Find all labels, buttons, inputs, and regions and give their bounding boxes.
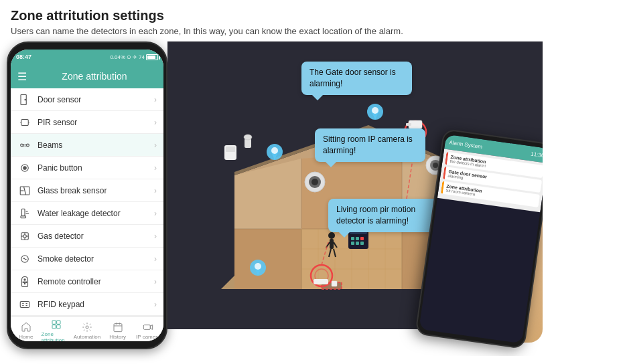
second-phone-screen: Alarm System 11:36 Zone attribution the … <box>419 134 543 344</box>
beams-label: Beams <box>38 141 154 150</box>
app-header-title: Zone attribution <box>32 71 157 82</box>
status-time: 08:47 <box>16 54 31 60</box>
svg-rect-36 <box>52 321 56 324</box>
main-content: 08:47 0.04% ⊙ ✈ 74 ☰ <box>0 41 623 363</box>
battery-icon <box>146 54 158 60</box>
nav-home-label: Home <box>19 334 33 340</box>
bubble3-text: Living room pir motion detector is alarm… <box>336 205 415 225</box>
svg-rect-38 <box>52 325 56 328</box>
menu-item-gas-detector[interactable]: Gas detector › <box>11 225 163 248</box>
menu-item-water-leakage[interactable]: Water leakage detector › <box>11 202 163 225</box>
remote-controller-icon <box>17 274 32 289</box>
svg-point-100 <box>255 263 261 270</box>
nav-automation-label: Automation <box>74 334 100 340</box>
rfid-keypad-icon <box>17 297 32 312</box>
svg-point-26 <box>24 278 25 280</box>
menu-list: Door sensor › <box>11 88 163 316</box>
svg-point-85 <box>244 134 252 140</box>
nav-ip-camera[interactable]: IP camera <box>133 316 163 341</box>
svg-point-6 <box>27 144 29 147</box>
svg-point-27 <box>23 282 24 283</box>
svg-point-29 <box>26 282 27 283</box>
svg-rect-15 <box>22 209 25 216</box>
remote-controller-arrow: › <box>154 277 157 286</box>
gas-detector-label: Gas detector <box>38 232 154 241</box>
svg-rect-2 <box>21 119 29 125</box>
svg-rect-41 <box>114 324 122 332</box>
svg-point-20 <box>23 234 27 238</box>
svg-rect-76 <box>360 237 364 240</box>
door-sensor-icon <box>17 92 32 107</box>
svg-rect-111 <box>406 123 411 126</box>
nav-history-label: History <box>109 334 126 340</box>
signal-text: 0.04% <box>110 54 125 60</box>
water-leakage-icon <box>17 206 32 221</box>
smoke-detector-label: Smoke detector <box>38 254 154 264</box>
svg-rect-45 <box>144 325 151 330</box>
page-title: Zone attritution settings <box>11 8 612 23</box>
menu-item-rfid-keypad[interactable]: RFID keypad › <box>11 293 163 316</box>
nav-home[interactable]: Home <box>11 316 42 341</box>
phone-wrapper: 08:47 0.04% ⊙ ✈ 74 ☰ <box>7 41 178 356</box>
smoke-detector-icon <box>17 252 32 266</box>
menu-item-remote-controller[interactable]: Remote controller › <box>11 270 163 293</box>
battery-text: 74 <box>139 54 145 60</box>
second-phone-time: 11:36 <box>531 151 543 159</box>
svg-point-40 <box>86 326 88 329</box>
svg-rect-115 <box>332 281 337 286</box>
menu-icon[interactable]: ☰ <box>17 70 27 83</box>
svg-rect-79 <box>360 242 364 245</box>
door-sensor-arrow: › <box>154 95 157 104</box>
header-section: Zone attritution settings Users can name… <box>0 0 623 41</box>
rfid-keypad-arrow: › <box>154 300 157 309</box>
menu-item-pir-sensor[interactable]: PIR sensor › <box>11 111 163 134</box>
pir-sensor-arrow: › <box>154 118 157 127</box>
svg-rect-39 <box>57 325 60 328</box>
signal-bars: ✈ <box>133 54 137 60</box>
nav-zone-label: Zone attribution <box>42 331 72 342</box>
svg-point-94 <box>372 107 378 114</box>
nav-automation[interactable]: Automation <box>72 316 102 341</box>
svg-rect-37 <box>57 321 60 324</box>
smoke-detector-arrow: › <box>154 254 157 264</box>
menu-item-beams[interactable]: Beams › <box>11 134 163 157</box>
second-phone-area: Alarm System 11:36 Zone attribution the … <box>432 135 543 343</box>
svg-point-66 <box>328 232 335 239</box>
status-icons: 0.04% ⊙ ✈ 74 <box>110 54 158 60</box>
svg-rect-113 <box>226 147 235 152</box>
door-sensor-label: Door sensor <box>38 95 154 104</box>
nav-ip-camera-label: IP camera <box>136 334 160 340</box>
svg-point-1 <box>25 99 26 100</box>
menu-item-panic-button[interactable]: Panic button › <box>11 157 163 179</box>
panic-button-icon <box>17 161 32 175</box>
speech-bubble-3: Living room pir motion detector is alarm… <box>328 199 439 232</box>
beams-arrow: › <box>154 141 157 150</box>
menu-item-door-sensor[interactable]: Door sensor › <box>11 88 163 111</box>
glass-break-label: Glass break sensor <box>38 186 154 195</box>
status-bar: 08:47 0.04% ⊙ ✈ 74 <box>11 50 163 64</box>
page-container: Zone attritution settings Users can name… <box>0 0 623 364</box>
water-leakage-label: Water leakage detector <box>38 209 154 218</box>
svg-point-91 <box>271 147 278 154</box>
phone-screen: 08:47 0.04% ⊙ ✈ 74 ☰ <box>11 50 163 341</box>
phone-mockup: 08:47 0.04% ⊙ ✈ 74 ☰ <box>7 41 167 349</box>
svg-rect-114 <box>314 279 328 284</box>
svg-point-11 <box>23 166 27 169</box>
glass-break-icon <box>17 183 32 198</box>
svg-rect-31 <box>20 301 29 307</box>
wifi-icon: ⊙ <box>127 54 131 60</box>
gas-detector-icon <box>17 229 32 244</box>
svg-rect-16 <box>21 215 26 217</box>
panic-button-arrow: › <box>154 163 157 173</box>
nav-zone[interactable]: Zone attribution <box>42 316 72 341</box>
svg-point-28 <box>24 282 25 283</box>
menu-item-smoke-detector[interactable]: Smoke detector › <box>11 248 163 270</box>
svg-rect-77 <box>351 242 354 245</box>
rfid-keypad-label: RFID keypad <box>38 300 154 309</box>
beams-icon <box>17 138 32 153</box>
gas-detector-arrow: › <box>154 232 157 241</box>
menu-item-glass-break[interactable]: Glass break sensor › <box>11 179 163 202</box>
app-header: ☰ Zone attribution <box>11 64 163 88</box>
svg-rect-78 <box>356 242 359 245</box>
nav-history[interactable]: History <box>102 316 133 341</box>
